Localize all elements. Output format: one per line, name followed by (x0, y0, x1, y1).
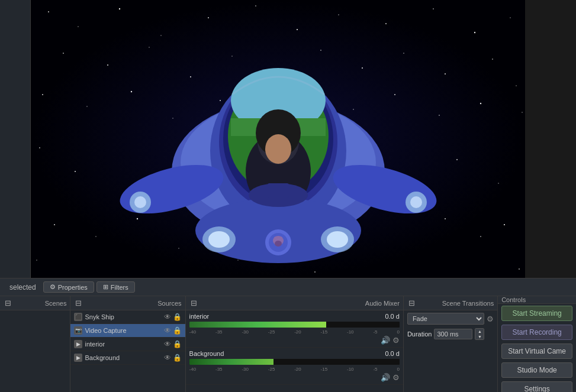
settings-button[interactable]: Settings (501, 381, 572, 392)
duration-label: Duration (407, 331, 432, 338)
svg-point-9 (433, 8, 434, 9)
svg-point-14 (149, 47, 150, 48)
svg-point-36 (54, 224, 55, 225)
source-icon-image: ⬛ (74, 313, 82, 321)
svg-point-16 (231, 56, 232, 56)
svg-point-42 (504, 224, 505, 225)
transition-type-select[interactable]: Fade Cut Swipe (407, 313, 484, 325)
svg-point-71 (208, 231, 230, 248)
selected-label: selected (5, 283, 41, 291)
source-item-video-capture[interactable]: 📷 Video Capture 👁 🔒 (70, 324, 185, 338)
svg-point-41 (480, 236, 481, 237)
svg-point-45 (456, 159, 458, 160)
svg-point-79 (275, 241, 282, 247)
left-panel (0, 0, 31, 278)
controls-header: Controls (498, 296, 576, 304)
audio-settings-button-interior[interactable]: ⚙ (392, 336, 400, 345)
source-name-background: Background (85, 354, 161, 361)
svg-point-24 (42, 94, 43, 95)
transition-settings-button[interactable]: ⚙ (487, 315, 494, 323)
stars-background (31, 0, 525, 278)
transitions-collapse-button[interactable]: ⊟ (407, 299, 416, 307)
properties-button[interactable]: ⚙ Properties (43, 281, 94, 293)
source-lock-button-4[interactable]: 🔒 (173, 354, 182, 362)
svg-point-33 (439, 115, 440, 116)
source-lock-button[interactable]: 🔒 (173, 313, 182, 321)
svg-point-23 (516, 85, 516, 86)
svg-point-6 (297, 29, 298, 30)
sources-collapse-button[interactable]: ⊟ (74, 299, 83, 307)
channel-level-interior: 0.0 d (385, 313, 399, 320)
source-icon-video: 📷 (74, 326, 82, 335)
audio-title: Audio Mixer (365, 300, 400, 307)
audio-meter-fill-interior (189, 322, 326, 328)
audio-mixer-panel: ⊟ Audio Mixer interior 0.0 d -40 -35 -30… (186, 296, 404, 392)
source-visibility-button-4[interactable]: 👁 (164, 354, 171, 362)
svg-point-34 (480, 103, 481, 104)
svg-point-7 (338, 14, 339, 15)
channel-name-interior: interior (189, 313, 210, 320)
svg-point-35 (522, 112, 522, 112)
duration-row: Duration ▲ ▼ (404, 327, 497, 341)
gear-icon: ⚙ (50, 283, 56, 291)
svg-point-48 (519, 268, 520, 270)
audio-settings-button-background[interactable]: ⚙ (392, 373, 400, 382)
duration-stepper: ▲ ▼ (475, 328, 484, 340)
svg-point-28 (220, 100, 221, 101)
svg-point-12 (63, 53, 64, 54)
svg-point-13 (107, 64, 108, 66)
svg-point-47 (36, 260, 37, 261)
source-lock-button-3[interactable]: 🔒 (173, 340, 182, 348)
preview-area (31, 0, 525, 278)
svg-point-73 (327, 231, 348, 248)
audio-channel-background: Background 0.0 d -40 -35 -30 -25 -20 -15… (186, 348, 403, 385)
start-virtual-cam-button[interactable]: Start Virtual Came (501, 344, 572, 359)
source-name-snyk-ship: Snyk Ship (85, 313, 161, 320)
source-item-snyk-ship[interactable]: ⬛ Snyk Ship 👁 🔒 (70, 310, 185, 324)
svg-point-3 (160, 35, 161, 35)
filters-button[interactable]: ⊞ Filters (96, 281, 135, 293)
svg-point-15 (190, 76, 191, 77)
svg-point-11 (510, 17, 510, 18)
audio-mute-button-interior[interactable]: 🔊 (381, 336, 390, 345)
toolbar-row: selected ⚙ Properties ⊞ Filters (0, 278, 576, 296)
controls-title: Controls (501, 296, 526, 303)
source-visibility-button[interactable]: 👁 (164, 313, 171, 321)
duration-decrement-button[interactable]: ▼ (475, 334, 484, 339)
duration-input[interactable] (434, 329, 472, 339)
svg-point-40 (445, 218, 446, 219)
audio-scale-background: -40 -35 -30 -25 -20 -15 -10 -5 0 (189, 367, 400, 372)
duration-increment-button[interactable]: ▲ (475, 329, 484, 334)
panels-row: ⊟ Scenes ⊟ Sources ⬛ Snyk Ship 👁 🔒 📷 V (0, 296, 576, 392)
start-streaming-button[interactable]: Start Streaming (501, 306, 572, 321)
svg-point-5 (255, 5, 256, 7)
audio-mute-button-background[interactable]: 🔊 (381, 373, 390, 382)
transitions-header: ⊟ Scene Transitions (404, 296, 497, 310)
svg-point-22 (492, 59, 493, 60)
transitions-panel: ⊟ Scene Transitions Fade Cut Swipe ⚙ Dur… (404, 296, 498, 392)
svg-point-37 (95, 236, 96, 237)
source-lock-button-2[interactable]: 🔒 (173, 326, 182, 335)
svg-point-10 (474, 32, 475, 33)
scenes-collapse-button[interactable]: ⊟ (4, 299, 12, 307)
svg-point-31 (353, 109, 354, 110)
sources-header: ⊟ Sources (70, 296, 185, 310)
svg-point-18 (320, 50, 321, 51)
svg-point-78 (279, 237, 282, 240)
source-item-interior[interactable]: ▶ interior 👁 🔒 (70, 338, 185, 351)
svg-point-77 (274, 237, 278, 240)
source-icon-bg: ▶ (74, 354, 82, 362)
studio-mode-button[interactable]: Studio Mode (501, 362, 572, 378)
svg-point-27 (172, 118, 173, 118)
filter-icon: ⊞ (103, 283, 108, 291)
svg-point-1 (78, 26, 79, 27)
audio-collapse-button[interactable]: ⊟ (189, 299, 198, 307)
start-recording-button[interactable]: Start Recording (501, 325, 572, 340)
source-visibility-button-2[interactable]: 👁 (164, 326, 171, 335)
svg-point-38 (137, 218, 138, 219)
svg-point-44 (75, 171, 76, 172)
channel-name-background: Background (189, 350, 224, 357)
svg-point-25 (86, 106, 88, 107)
source-item-background[interactable]: ▶ Background 👁 🔒 (70, 351, 185, 365)
source-visibility-button-3[interactable]: 👁 (164, 340, 171, 348)
